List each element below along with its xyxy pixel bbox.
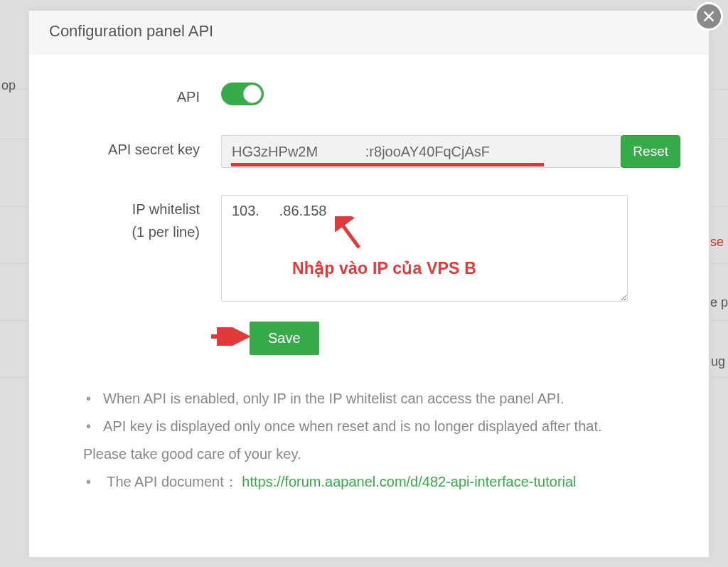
whitelist-label: IP whitelist (1 per line) xyxy=(58,195,221,243)
bg-text: ор xyxy=(1,78,16,93)
notes-section: When API is enabled, only IP in the IP w… xyxy=(58,385,680,496)
secret-key-label: API secret key xyxy=(58,135,221,161)
modal-header: Configuration panel API xyxy=(29,11,709,54)
api-label: API xyxy=(58,83,221,108)
annotation-underline xyxy=(231,163,544,166)
save-button[interactable]: Save xyxy=(250,322,319,355)
close-button[interactable] xyxy=(695,2,723,31)
reset-button[interactable]: Reset xyxy=(621,135,680,168)
config-api-modal: Configuration panel API API API secret k… xyxy=(28,10,710,558)
modal-title: Configuration panel API xyxy=(49,22,689,41)
api-toggle[interactable] xyxy=(221,83,264,105)
note-item: API key is displayed only once when rese… xyxy=(83,413,655,440)
bg-text: ug xyxy=(711,354,725,369)
toggle-knob xyxy=(243,85,262,103)
annotation-arrow-icon xyxy=(210,327,250,346)
note-item: When API is enabled, only IP in the IP w… xyxy=(83,385,655,413)
close-icon xyxy=(702,9,716,23)
ip-whitelist-textarea[interactable]: 103. .86.158 xyxy=(221,195,628,302)
form-area: API API secret key Reset IP whitelist (1… xyxy=(29,54,709,503)
note-text: Please take good care of your key. xyxy=(83,440,655,468)
note-item: The API document： https://forum.aapanel.… xyxy=(83,468,655,496)
api-doc-link[interactable]: https://forum.aapanel.com/d/482-api-inte… xyxy=(242,474,576,489)
bg-text: se xyxy=(710,235,724,250)
